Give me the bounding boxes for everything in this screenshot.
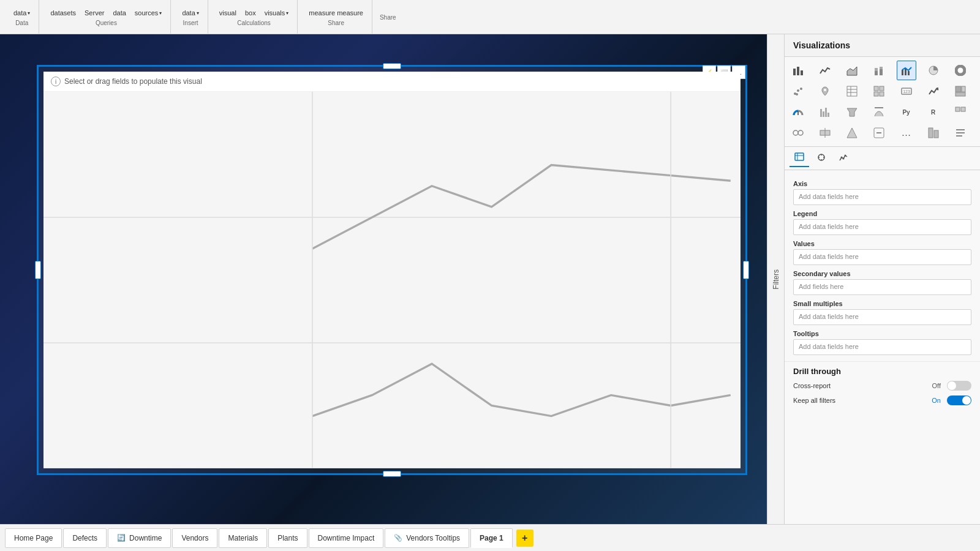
keep-filters-thumb bbox=[962, 396, 971, 405]
server-btn[interactable]: Server bbox=[81, 7, 108, 18]
viz-custom5-btn[interactable] bbox=[869, 123, 889, 143]
secondary-values-drop-zone[interactable]: Add fields here bbox=[793, 279, 971, 295]
canvas-wrapper: ⚡ ⬜ … i Select or drag fields to populat… bbox=[0, 34, 784, 524]
svg-point-23 bbox=[824, 89, 826, 91]
visual-btn[interactable]: visual bbox=[216, 7, 240, 18]
legend-drop-zone[interactable]: Add data fields here bbox=[793, 219, 971, 235]
svg-rect-7 bbox=[801, 70, 803, 75]
viz-funnel-btn[interactable] bbox=[842, 102, 862, 122]
tab-vendors-tooltips-label: Vendors Tooltips bbox=[406, 534, 460, 542]
viz-area-btn[interactable] bbox=[842, 61, 862, 80]
svg-rect-6 bbox=[797, 67, 799, 75]
resize-handle-bottom[interactable] bbox=[383, 471, 401, 477]
insert-label: Insert bbox=[183, 20, 198, 26]
svg-point-22 bbox=[796, 93, 798, 96]
keep-filters-toggle[interactable] bbox=[947, 395, 971, 405]
legend-label: Legend bbox=[793, 210, 971, 217]
svg-point-67 bbox=[841, 157, 843, 159]
viz-ribbon-btn[interactable] bbox=[869, 102, 889, 122]
viz-custom4-btn[interactable] bbox=[842, 123, 862, 143]
tab-downtime-impact-label: Downtime Impact bbox=[318, 534, 375, 542]
svg-rect-30 bbox=[874, 92, 878, 96]
viz-custom1-btn[interactable] bbox=[951, 102, 970, 122]
viz-line-btn[interactable] bbox=[815, 61, 835, 80]
tab-downtime[interactable]: 🔄 Downtime bbox=[108, 528, 171, 548]
secondary-values-label: Secondary values bbox=[793, 270, 971, 277]
viz-treemap-btn[interactable] bbox=[951, 81, 970, 101]
viz-matrix-btn[interactable] bbox=[869, 81, 889, 101]
tab-downtime-label: Downtime bbox=[129, 534, 162, 542]
small-multiples-drop-zone[interactable]: Add data fields here bbox=[793, 309, 971, 325]
visual-container[interactable]: ⚡ ⬜ … i Select or drag fields to populat… bbox=[37, 65, 747, 475]
hint-text: Select or drag fields to populate this v… bbox=[64, 77, 202, 86]
svg-point-20 bbox=[797, 89, 799, 92]
viz-kpi-btn[interactable] bbox=[924, 81, 943, 101]
tab-vendors-tooltips[interactable]: 📎 Vendors Tooltips bbox=[385, 528, 469, 548]
cross-report-thumb bbox=[948, 381, 956, 390]
svg-marker-43 bbox=[847, 108, 857, 116]
svg-marker-51 bbox=[847, 128, 857, 138]
values-label: Values bbox=[793, 240, 971, 247]
viz-scatter-btn[interactable] bbox=[788, 81, 808, 101]
tab-vendors-label: Vendors bbox=[181, 534, 208, 542]
viz-map-btn[interactable] bbox=[815, 81, 835, 101]
viz-custom3-btn[interactable] bbox=[815, 123, 835, 143]
viz-gauge-btn[interactable] bbox=[788, 102, 808, 122]
viz-py-btn[interactable]: Py bbox=[897, 102, 916, 122]
viz-combo-btn[interactable] bbox=[897, 61, 916, 80]
sources-btn[interactable]: sources ▾ bbox=[131, 7, 166, 18]
viz-card-btn[interactable]: 123 bbox=[897, 81, 916, 101]
svg-rect-36 bbox=[962, 86, 965, 92]
tooltips-drop-zone[interactable]: Add data fields here bbox=[793, 339, 971, 355]
viz-donut-btn[interactable] bbox=[951, 61, 970, 80]
values-drop-zone[interactable]: Add data fields here bbox=[793, 249, 971, 265]
data-menu-btn[interactable]: data ▾ bbox=[10, 7, 34, 18]
viz-waterfall-btn[interactable] bbox=[815, 102, 835, 122]
visual-inner: i Select or drag fields to populate this… bbox=[43, 72, 741, 468]
viz-pie-btn[interactable] bbox=[924, 61, 943, 80]
viz-bar-btn[interactable] bbox=[788, 61, 808, 80]
tab-format[interactable] bbox=[812, 149, 831, 167]
tab-page1[interactable]: Page 1 bbox=[470, 528, 513, 548]
tab-vendors[interactable]: Vendors bbox=[172, 528, 217, 548]
svg-point-21 bbox=[800, 88, 802, 90]
viz-custom6-btn[interactable] bbox=[924, 123, 943, 143]
svg-rect-29 bbox=[880, 86, 884, 91]
cross-report-toggle[interactable] bbox=[947, 381, 971, 391]
axis-drop-zone[interactable]: Add data fields here bbox=[793, 189, 971, 205]
tab-fields[interactable] bbox=[790, 149, 809, 167]
viz-custom7-btn[interactable] bbox=[951, 123, 970, 143]
tab-downtime-impact[interactable]: Downtime Impact bbox=[309, 528, 384, 548]
add-tab-button[interactable]: + bbox=[516, 530, 533, 547]
svg-rect-11 bbox=[880, 69, 883, 75]
viz-stacked-btn[interactable] bbox=[869, 61, 889, 80]
svg-rect-55 bbox=[934, 130, 938, 138]
filters-sidebar[interactable]: Filters bbox=[767, 34, 784, 524]
visuals-btn[interactable]: visuals ▾ bbox=[261, 7, 293, 18]
tab-analytics[interactable] bbox=[834, 149, 853, 167]
share-group: Share bbox=[375, 0, 401, 34]
tab-materials[interactable]: Materials bbox=[219, 528, 267, 548]
datasets-btn[interactable]: datasets bbox=[47, 7, 80, 18]
hint-icon: i bbox=[51, 77, 61, 86]
resize-handle-left[interactable] bbox=[35, 261, 41, 279]
svg-rect-10 bbox=[875, 68, 878, 71]
svg-rect-40 bbox=[823, 111, 824, 117]
box-btn[interactable]: box bbox=[241, 7, 260, 18]
svg-marker-8 bbox=[847, 67, 857, 75]
data3-btn[interactable]: data ▾ bbox=[178, 7, 202, 18]
viz-table-btn[interactable] bbox=[842, 81, 862, 101]
tab-defects[interactable]: Defects bbox=[63, 528, 107, 548]
tab-page1-label: Page 1 bbox=[480, 534, 503, 542]
viz-more-btn[interactable]: … bbox=[897, 123, 916, 143]
viz-r-btn[interactable]: R bbox=[924, 102, 943, 122]
viz-custom2-btn[interactable] bbox=[788, 123, 808, 143]
canvas-area: ⚡ ⬜ … i Select or drag fields to populat… bbox=[0, 34, 784, 524]
data2-btn[interactable]: data bbox=[109, 7, 129, 18]
tab-plants[interactable]: Plants bbox=[268, 528, 307, 548]
tab-home-page[interactable]: Home Page bbox=[5, 528, 62, 548]
resize-handle-top[interactable] bbox=[383, 63, 401, 69]
resize-handle-right[interactable] bbox=[743, 261, 749, 279]
measure-btn[interactable]: measure measure bbox=[305, 7, 367, 18]
svg-point-69 bbox=[845, 155, 846, 157]
